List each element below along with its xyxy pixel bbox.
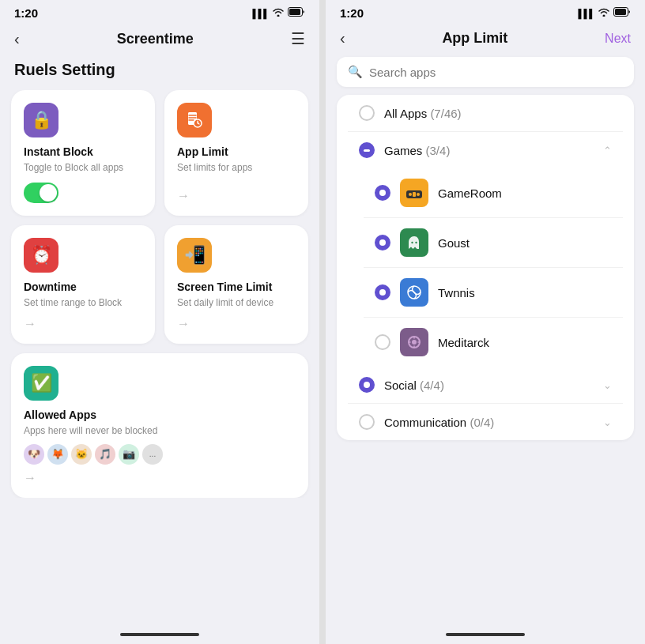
avatar-4: 🎵	[95, 444, 115, 465]
twnnis-item[interactable]: Twnnis	[364, 268, 623, 318]
downtime-arrow: →	[24, 317, 142, 331]
all-apps-item[interactable]: All Apps (7/46)	[348, 95, 623, 132]
svg-rect-11	[413, 192, 416, 197]
allowed-apps-desc: Apps here will never be blocked	[24, 424, 296, 438]
gameroom-radio[interactable]	[375, 185, 390, 201]
cards-row-1: 🔒 Instant Block Toggle to Block all apps	[11, 90, 308, 216]
games-category-item[interactable]: Games (3/4) ⌃	[348, 132, 623, 168]
svg-rect-1	[289, 9, 300, 15]
status-icons-left: ▌▌▌	[253, 7, 305, 19]
app-limit-icon	[177, 103, 212, 137]
status-bar-left: 1:20 ▌▌▌	[0, 0, 319, 23]
home-indicator-right	[446, 633, 525, 636]
allowed-apps-title: Allowed Apps	[24, 409, 296, 421]
page-title-right: App Limit	[442, 30, 507, 47]
wifi-icon-left	[272, 7, 285, 19]
screen-time-limit-arrow: →	[177, 317, 296, 331]
status-icons-right: ▌▌▌	[579, 7, 631, 19]
wifi-icon-right	[598, 7, 610, 19]
twnnis-radio[interactable]	[375, 284, 390, 300]
svg-point-10	[417, 193, 420, 196]
gameroom-icon	[400, 179, 428, 207]
avatar-more: ...	[142, 444, 163, 465]
right-panel: 1:20 ▌▌▌ ‹ App Limit Next	[326, 0, 645, 644]
svg-point-13	[411, 242, 413, 243]
panel-divider	[319, 0, 326, 644]
instant-block-desc: Toggle to Block all apps	[24, 161, 142, 175]
meditarck-radio[interactable]	[375, 334, 390, 350]
battery-icon-right	[613, 7, 631, 19]
search-input[interactable]	[369, 66, 623, 79]
downtime-card[interactable]: ⏰ Downtime Set time range to Block →	[11, 225, 155, 344]
avatar-3: 🐱	[71, 444, 92, 465]
next-button[interactable]: Next	[605, 32, 631, 46]
section-title: Ruels Setting	[0, 58, 319, 90]
screen-time-limit-desc: Set daily limit of device	[177, 296, 296, 311]
allowed-avatars: 🐶 🦊 🐱 🎵 📷 ...	[24, 444, 296, 465]
home-indicator-left	[120, 633, 199, 636]
cards-container: 🔒 Instant Block Toggle to Block all apps	[0, 90, 319, 498]
svg-point-9	[409, 193, 412, 196]
app-limit-card[interactable]: App Limit Set limits for apps →	[164, 90, 308, 216]
all-apps-radio[interactable]	[359, 105, 375, 121]
communication-chevron[interactable]: ⌄	[603, 416, 612, 428]
social-category-item[interactable]: Social (4/4) ⌄	[348, 367, 623, 404]
social-chevron[interactable]: ⌄	[603, 379, 612, 391]
downtime-title: Downtime	[24, 281, 142, 293]
back-button-left[interactable]: ‹	[14, 30, 20, 48]
communication-radio[interactable]	[359, 414, 375, 430]
instant-block-icon: 🔒	[24, 103, 58, 137]
twnnis-icon	[400, 278, 428, 307]
time-left: 1:20	[14, 6, 38, 20]
svg-rect-6	[615, 9, 626, 15]
status-bar-right: 1:20 ▌▌▌	[326, 0, 645, 23]
avatar-5: 📷	[119, 444, 139, 465]
games-chevron[interactable]: ⌃	[603, 145, 612, 156]
screen-time-limit-card[interactable]: 📲 Screen Time Limit Set daily limit of d…	[164, 225, 308, 344]
twnnis-label: Twnnis	[438, 286, 612, 299]
signal-icon-right: ▌▌▌	[579, 9, 594, 18]
search-bar[interactable]: 🔍	[337, 57, 634, 87]
app-limit-title: App Limit	[177, 145, 296, 158]
screen-time-limit-title: Screen Time Limit	[177, 281, 296, 293]
games-radio[interactable]	[359, 142, 375, 158]
cards-row-2: ⏰ Downtime Set time range to Block → 📲 S…	[11, 225, 308, 344]
allowed-apps-icon: ✅	[24, 366, 58, 401]
app-limit-desc: Set limits for apps	[177, 161, 296, 183]
allowed-apps-arrow: →	[24, 471, 296, 485]
instant-block-title: Instant Block	[24, 145, 142, 158]
menu-button[interactable]: ☰	[291, 29, 305, 48]
avatar-2: 🦊	[47, 444, 68, 465]
signal-icon-left: ▌▌▌	[253, 9, 269, 18]
goust-label: Goust	[438, 236, 612, 250]
search-icon: 🔍	[348, 65, 363, 79]
games-sub-items: GameRoom Goust	[348, 168, 623, 367]
time-right: 1:20	[340, 6, 364, 20]
communication-category-item[interactable]: Communication (0/4) ⌄	[348, 404, 623, 440]
downtime-icon: ⏰	[24, 238, 58, 273]
screen-time-limit-icon: 📲	[177, 238, 212, 273]
communication-label: Communication (0/4)	[384, 416, 594, 429]
app-limit-arrow: →	[177, 189, 296, 203]
nav-bar-left: ‹ Screentime ☰	[0, 23, 319, 58]
battery-icon-left	[288, 7, 305, 19]
back-button-right[interactable]: ‹	[340, 29, 345, 47]
instant-block-toggle[interactable]	[24, 183, 58, 203]
goust-radio[interactable]	[375, 235, 390, 250]
meditarck-item[interactable]: Meditarck	[364, 318, 623, 367]
social-radio[interactable]	[359, 377, 375, 393]
app-list: All Apps (7/46) Games (3/4) ⌃	[337, 95, 634, 440]
gameroom-item[interactable]: GameRoom	[364, 168, 623, 218]
meditarck-icon	[400, 328, 428, 356]
all-apps-label: All Apps (7/46)	[384, 107, 612, 120]
downtime-desc: Set time range to Block	[24, 296, 142, 311]
left-panel: 1:20 ▌▌▌ ‹ Screentime ☰	[0, 0, 319, 644]
goust-icon	[400, 228, 428, 257]
gameroom-label: GameRoom	[438, 186, 612, 200]
allowed-apps-card[interactable]: ✅ Allowed Apps Apps here will never be b…	[11, 353, 308, 498]
meditarck-label: Meditarck	[438, 336, 612, 349]
svg-point-14	[415, 242, 417, 243]
avatar-1: 🐶	[24, 444, 44, 465]
goust-item[interactable]: Goust	[364, 218, 623, 268]
instant-block-card[interactable]: 🔒 Instant Block Toggle to Block all apps	[11, 90, 155, 216]
